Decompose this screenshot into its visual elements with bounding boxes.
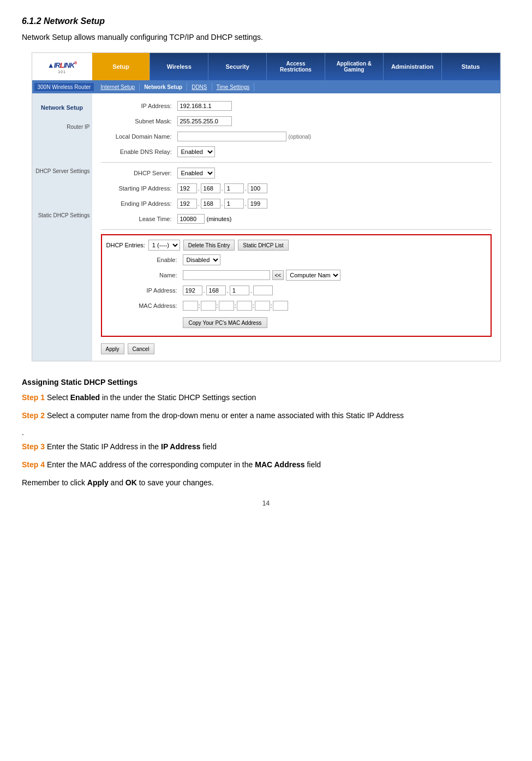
computer-name-select[interactable]: Computer Name	[286, 270, 340, 281]
starting-ip-oct4[interactable]	[248, 183, 267, 193]
optional-label: (optional)	[289, 134, 312, 140]
router-ui: ▲IRLINK® 101 Setup Wireless Security Acc…	[32, 52, 501, 361]
divider-2	[101, 229, 492, 230]
nav-tab-app-gaming[interactable]: Application &Gaming	[325, 53, 384, 80]
bottom-buttons: Apply Cancel	[101, 343, 492, 354]
sub-tab-time-settings[interactable]: Time Settings	[212, 83, 255, 91]
sidebar-dhcp-settings: DHCP Server Settings	[34, 168, 90, 174]
starting-ip-group: . . .	[177, 183, 267, 193]
lease-time-row: Lease Time: (minutes)	[101, 213, 492, 225]
step-3-bold: IP Address	[161, 442, 200, 451]
lease-time-input[interactable]	[177, 214, 205, 224]
starting-ip-oct3[interactable]	[224, 183, 244, 193]
sidebar-static-dhcp: Static DHCP Settings	[34, 212, 90, 218]
static-ip-oct1[interactable]	[183, 286, 202, 295]
sub-tab-ddns[interactable]: DDNS	[187, 83, 212, 91]
static-ip-oct3[interactable]	[230, 286, 249, 295]
step-3-text2: field	[202, 442, 217, 451]
article-section: Assigning Static DHCP Settings Step 1 Se…	[22, 378, 510, 489]
step-4-bold: MAC Address	[255, 460, 304, 469]
mac-group: : : : : :	[183, 301, 288, 311]
sidebar-section-title: Network Setup	[34, 104, 90, 111]
subnet-mask-input[interactable]	[177, 116, 232, 126]
step-4-num: Step 4	[22, 460, 45, 469]
divider-1	[101, 162, 492, 163]
sidebar-router-ip: Router IP	[34, 124, 90, 130]
step-3: Step 3 Enter the Static IP Address in th…	[22, 441, 510, 453]
copy-mac-button[interactable]: Copy Your PC's MAC Address	[183, 317, 268, 328]
enable-dns-relay-select[interactable]: Enabled Disabled	[177, 146, 215, 157]
local-domain-input[interactable]	[177, 132, 286, 141]
arrow-button[interactable]: <<	[272, 270, 284, 280]
ip-address-label: IP Address:	[101, 103, 177, 109]
computer-name-group: << Computer Name	[183, 270, 341, 281]
mac-oct5[interactable]	[255, 301, 270, 311]
static-enable-row: Enable: Disabled Enabled	[106, 254, 486, 266]
page-number: 14	[22, 500, 510, 507]
sub-nav: 300N Wireless Router Internet Setup Netw…	[32, 80, 500, 93]
logo-subbrand: 101	[58, 70, 66, 74]
local-domain-label: Local Domain Name:	[101, 133, 177, 140]
apply-button[interactable]: Apply	[101, 343, 124, 354]
main-content: IP Address: Subnet Mask: Local Domain Na…	[92, 93, 500, 361]
dhcp-entries-row: DHCP Entries: 1 (----) 2 3 Delete This E…	[106, 240, 486, 251]
ip-address-input[interactable]	[177, 101, 232, 111]
nav-tab-status[interactable]: Status	[442, 53, 500, 80]
dhcp-entries-select[interactable]: 1 (----) 2 3	[148, 240, 180, 251]
enable-dns-relay-row: Enable DNS Relay: Enabled Disabled	[101, 146, 492, 158]
static-enable-select[interactable]: Disabled Enabled	[183, 254, 220, 265]
step-1-text1: Select	[47, 393, 70, 402]
static-enable-label: Enable:	[106, 257, 183, 263]
dhcp-server-row: DHCP Server: Enabled Disabled	[101, 167, 492, 179]
step-4-text1: Enter the MAC address of the correspondi…	[47, 460, 255, 469]
nav-tab-access-restrictions[interactable]: AccessRestrictions	[267, 53, 325, 80]
static-ip-oct2[interactable]	[206, 286, 226, 295]
delete-entry-button[interactable]: Delete This Entry	[183, 240, 235, 251]
mac-oct2[interactable]	[201, 301, 216, 311]
step-1-num: Step 1	[22, 393, 45, 402]
ip-address-row: IP Address:	[101, 100, 492, 112]
ending-ip-oct3[interactable]	[224, 199, 244, 209]
mac-oct4[interactable]	[237, 301, 252, 311]
ending-ip-group: . . .	[177, 199, 267, 209]
dhcp-server-select[interactable]: Enabled Disabled	[177, 168, 215, 179]
mac-address-row: MAC Address: : : : : :	[106, 300, 486, 312]
ending-ip-oct4[interactable]	[248, 199, 267, 209]
mac-oct6[interactable]	[273, 301, 288, 311]
nav-tabs: Setup Wireless Security AccessRestrictio…	[92, 53, 500, 80]
static-ip-oct4[interactable]	[253, 286, 273, 295]
ending-ip-oct2[interactable]	[201, 199, 220, 209]
mac-oct1[interactable]	[183, 301, 198, 311]
nav-tab-wireless[interactable]: Wireless	[150, 53, 208, 80]
mac-oct3[interactable]	[219, 301, 234, 311]
lease-time-label: Lease Time:	[101, 216, 177, 222]
ending-ip-label: Ending IP Address:	[101, 200, 177, 207]
ending-ip-oct1[interactable]	[177, 199, 197, 209]
left-sidebar: Network Setup Router IP DHCP Server Sett…	[32, 93, 92, 361]
dhcp-server-label: DHCP Server:	[101, 170, 177, 176]
remember-ok: OK	[125, 478, 137, 487]
sub-tab-network-setup[interactable]: Network Setup	[140, 83, 187, 91]
step-2-period: .	[22, 428, 510, 437]
step-1: Step 1 Select Enabled in the under the S…	[22, 392, 510, 403]
local-domain-row: Local Domain Name: (optional)	[101, 130, 492, 142]
step-1-bold: Enabled	[70, 393, 100, 402]
ending-ip-row: Ending IP Address: . . .	[101, 198, 492, 210]
enable-dns-relay-label: Enable DNS Relay:	[101, 148, 177, 155]
content-area: Network Setup Router IP DHCP Server Sett…	[32, 93, 500, 361]
intro-text: Network Setup allows manually configurin…	[22, 33, 510, 41]
starting-ip-oct2[interactable]	[201, 183, 220, 193]
static-dhcp-list-button[interactable]: Static DHCP List	[238, 240, 288, 251]
nav-tab-setup[interactable]: Setup	[92, 53, 151, 80]
airlink-logo: ▲IRLINK® 101	[47, 60, 76, 74]
nav-tab-administration[interactable]: Administration	[384, 53, 442, 80]
starting-ip-oct1[interactable]	[177, 183, 197, 193]
step-3-num: Step 3	[22, 442, 45, 451]
step-4: Step 4 Enter the MAC address of the corr…	[22, 459, 510, 471]
logo-area: ▲IRLINK® 101	[32, 53, 92, 80]
nav-tab-security[interactable]: Security	[208, 53, 267, 80]
static-name-input[interactable]	[183, 270, 270, 280]
cancel-button[interactable]: Cancel	[128, 343, 154, 354]
sub-tab-internet-setup[interactable]: Internet Setup	[96, 83, 140, 91]
subnet-mask-label: Subnet Mask:	[101, 118, 177, 124]
